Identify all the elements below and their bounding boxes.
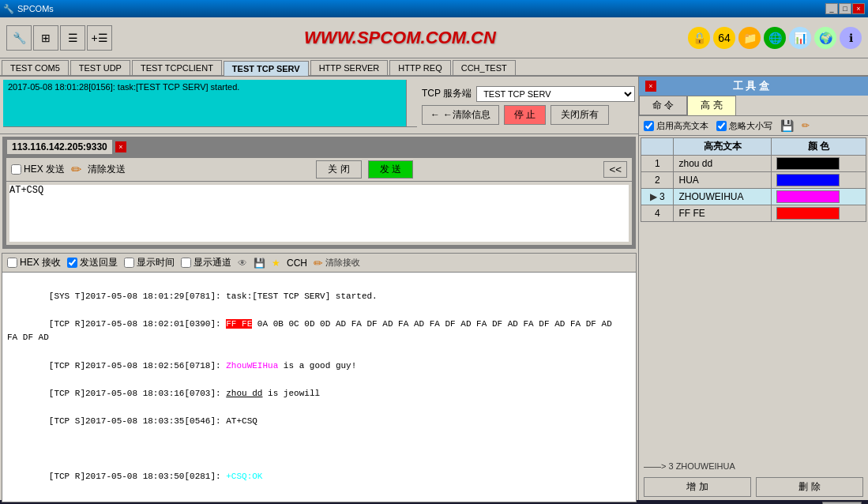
app-title: SPCOMs (17, 4, 54, 13)
row-text: HUA (674, 172, 771, 189)
info-64-icon[interactable]: 64 (713, 27, 735, 49)
lock-icon[interactable]: 🔒 (688, 27, 710, 49)
minimize-button[interactable]: _ (825, 3, 838, 14)
left-panel: 2017-05-08 18:01:28[0156]: task:[TEST TC… (0, 77, 639, 500)
connection-panel: 113.116.142.205:9330 × HEX 发送 ✏ 清除发送 关 闭… (2, 137, 636, 249)
time-checkbox[interactable] (124, 258, 134, 268)
toolbox-buttons: 增 加 删 除 (639, 474, 868, 500)
save-recv-icon[interactable]: 💾 (254, 258, 265, 269)
tab-http-req[interactable]: HTTP REQ (389, 60, 450, 75)
toolbar-icon-wrench[interactable]: 🔧 (6, 25, 32, 51)
row-num: 2 (641, 172, 674, 189)
eraser-recv-icon: ✏ (314, 257, 323, 269)
add-button[interactable]: 增 加 (644, 477, 751, 497)
send-input-area: AT+CSQ (6, 182, 632, 245)
star-icon[interactable]: ★ (272, 258, 280, 269)
clear-recv-button[interactable]: ✏ 清除接收 (314, 257, 360, 269)
toolbox-header: × 工 具 盒 (639, 77, 868, 96)
tab-test-udp[interactable]: TEST UDP (70, 60, 130, 75)
echo-checkbox[interactable] (67, 258, 77, 268)
tab-http-server[interactable]: HTTP SERVER (310, 60, 389, 75)
tcp-label: TCP 服务端 (422, 87, 472, 100)
title-bar-left: 🔧 SPCOMs (3, 4, 54, 14)
tab-cch-test[interactable]: CCH_TEST (453, 60, 516, 75)
log-scrollbar[interactable] (406, 80, 417, 126)
toolbar-icons-left: 🔧 ⊞ ☰ +☰ (6, 25, 112, 51)
hex-highlight: FF FE (226, 319, 252, 329)
send-input[interactable]: AT+CSQ (9, 185, 629, 242)
row-num: 1 (641, 156, 674, 172)
main-layout: 2017-05-08 18:01:28[0156]: task:[TEST TC… (0, 77, 868, 500)
echo-group: 发送回显 (67, 256, 118, 269)
log-line-tcpr4: [TCP R]2017-05-08 18:03:50[0281]: +CSQ:O… (49, 472, 263, 481)
tcp-dropdown[interactable]: TEST TCP SERV (476, 86, 635, 102)
close-button[interactable]: 关 闭 (316, 160, 361, 179)
toolbox-title: 工 具 盒 (733, 79, 769, 93)
row-color (771, 172, 866, 189)
hex-send-label: HEX 发送 (24, 163, 65, 176)
browser-icon[interactable]: 🌍 (814, 27, 836, 49)
expand-button[interactable]: << (603, 161, 627, 178)
table-icon[interactable]: 📊 (789, 27, 811, 49)
clear-info-button[interactable]: ← ←清除信息 (422, 105, 499, 125)
tab-highlight[interactable]: 高 亮 (687, 96, 735, 115)
row-text: zhou dd (674, 156, 771, 172)
table-row[interactable]: ▶ 3ZHOUWEIHUA (641, 189, 866, 205)
row-color (771, 189, 866, 205)
send-button[interactable]: 发 送 (368, 160, 413, 179)
maximize-button[interactable]: □ (839, 3, 851, 14)
save-icon[interactable]: 💾 (780, 119, 794, 132)
col-color-header: 颜 色 (771, 138, 866, 156)
hex-send-checkbox[interactable] (11, 164, 21, 175)
close-button[interactable]: × (852, 3, 865, 14)
highlight-table-container: 高亮文本 颜 色 1zhou dd2HUA▶ 3ZHOUWEIHUA4FF FE (639, 136, 868, 224)
tab-test-com5[interactable]: TEST COM5 (2, 60, 69, 75)
csq-highlight: +CSQ:OK (226, 472, 262, 481)
tab-test-tcp-serv[interactable]: TEST TCP SERV (224, 61, 309, 76)
channel-group: 显示通道 (181, 256, 231, 269)
connection-close-button[interactable]: × (115, 141, 126, 152)
zhoudd-highlight: zhou dd (226, 389, 262, 398)
tab-command[interactable]: 命 令 (639, 96, 687, 115)
toolbox-close-button[interactable]: × (645, 81, 656, 92)
connection-ip: 113.116.142.205:9330 (7, 140, 112, 154)
channel-checkbox[interactable] (181, 258, 191, 268)
toolbox-options: 启用高亮文本 忽略大小写 💾 ✏ (639, 116, 868, 136)
help-icon[interactable]: ℹ (840, 27, 862, 49)
channel-label: 显示通道 (194, 256, 231, 269)
toolbar-icon-plus[interactable]: +☰ (87, 25, 112, 51)
hex-send-checkbox-group: HEX 发送 (11, 163, 65, 176)
clear-send-label[interactable]: 清除发送 (88, 163, 126, 176)
left-arrow-icon: ← (430, 109, 440, 120)
edit-icon[interactable]: ✏ (802, 120, 810, 131)
table-row[interactable]: 2HUA (641, 172, 866, 189)
hex-recv-checkbox[interactable] (7, 258, 17, 268)
toolbar-icon-grid[interactable]: ⊞ (33, 25, 58, 51)
close-all-button[interactable]: 关闭所有 (550, 105, 609, 125)
network-icon[interactable]: 🌐 (764, 27, 786, 49)
eye-icon: 👁 (238, 258, 247, 269)
delete-button[interactable]: 删 除 (756, 477, 863, 497)
title-bar-controls: _ □ × (825, 3, 865, 14)
ignore-case-label: 忽略大小写 (716, 120, 772, 132)
toolbar: 🔧 ⊞ ☰ +☰ WWW.SPCOM.COM.CN 🔒 64 📁 🌐 📊 🌍 ℹ (0, 17, 868, 58)
send-toolbar: HEX 发送 ✏ 清除发送 关 闭 发 送 << (6, 158, 632, 182)
tab-test-tcpclient[interactable]: TEST TCPCLIENT (132, 60, 222, 75)
nav-tabs: TEST COM5 TEST UDP TEST TCPCLIENT TEST T… (0, 58, 868, 77)
enable-highlight-label: 启用高亮文本 (644, 120, 708, 132)
receive-toolbar: HEX 接收 发送回显 显示时间 显示通道 👁 💾 ★ CCH (2, 254, 636, 273)
toolbox-tabs: 命 令 高 亮 (639, 96, 868, 116)
table-row[interactable]: 1zhou dd (641, 156, 866, 172)
toolbar-icon-list[interactable]: ☰ (60, 25, 85, 51)
time-group: 显示时间 (124, 256, 175, 269)
enable-highlight-checkbox[interactable] (644, 121, 654, 131)
send-area: HEX 发送 ✏ 清除发送 关 闭 发 送 << AT+CSQ (6, 157, 633, 246)
table-row[interactable]: 4FF FE (641, 205, 866, 222)
folder-icon[interactable]: 📁 (738, 27, 761, 49)
ignore-case-checkbox[interactable] (716, 121, 727, 131)
log-line-tcpr1: [TCP R]2017-05-08 18:02:01[0390]: FF FE … (7, 319, 612, 343)
stop-button[interactable]: 停 止 (504, 105, 546, 125)
log-text: 2017-05-08 18:01:28[0156]: task:[TEST TC… (8, 82, 239, 92)
receive-content: [SYS T]2017-05-08 18:01:29[0781]: task:[… (2, 273, 636, 502)
toolbar-icons-right: 🔒 64 📁 🌐 📊 🌍 ℹ (688, 27, 862, 49)
